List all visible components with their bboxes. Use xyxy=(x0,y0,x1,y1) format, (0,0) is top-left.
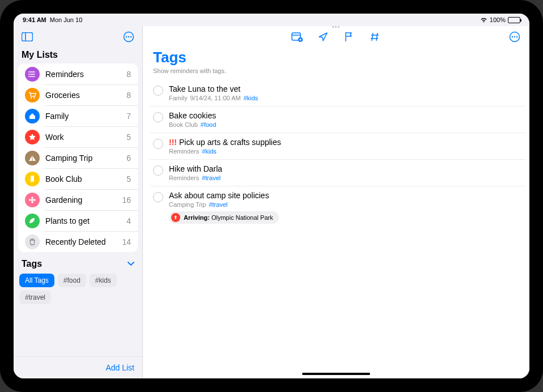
page-subtitle: Show reminders with tags. xyxy=(143,66,529,80)
location-label: Arriving: xyxy=(184,214,210,221)
svg-point-14 xyxy=(29,199,31,201)
battery-icon xyxy=(508,17,520,23)
reminder-datetime: 9/14/24, 11:00 AM xyxy=(190,95,240,101)
complete-checkbox[interactable] xyxy=(153,165,163,176)
battery-percent: 100% xyxy=(490,16,506,23)
location-name: Olympic National Park xyxy=(211,214,273,221)
svg-point-21 xyxy=(514,36,515,37)
list-count: 16 xyxy=(122,195,131,204)
tag-chip[interactable]: #travel xyxy=(19,291,51,304)
svg-point-4 xyxy=(128,36,129,37)
list-count: 7 xyxy=(126,112,131,121)
list-name: Camping Trip xyxy=(45,154,92,163)
add-list-button[interactable]: Add List xyxy=(105,363,134,372)
reminder-item[interactable]: Ask about camp site policies Camping Tri… xyxy=(150,186,526,228)
list-name: Plants to get xyxy=(45,216,90,225)
reminder-item[interactable]: Bake cookies Book Club #food xyxy=(150,106,526,133)
sidebar-list-item[interactable]: Recently Deleted 14 xyxy=(18,231,138,252)
location-icon[interactable] xyxy=(315,29,331,45)
list-name: Work xyxy=(45,133,63,142)
home-indicator[interactable] xyxy=(302,373,370,375)
reminder-list: Reminders xyxy=(169,148,199,155)
page-title: Tags xyxy=(143,48,529,66)
tag-chip[interactable]: All Tags xyxy=(19,274,54,287)
list-count: 6 xyxy=(126,154,131,163)
svg-point-7 xyxy=(28,74,29,75)
list-name: Reminders xyxy=(45,70,84,79)
lists-container: Reminders 8 Groceries 8 Family 7 Work 5 … xyxy=(18,63,138,252)
status-bar: 9:41 AM Mon Jun 10 100% xyxy=(14,14,529,26)
svg-rect-0 xyxy=(22,33,33,41)
svg-point-9 xyxy=(31,97,32,98)
sidebar-list-item[interactable]: Work 5 xyxy=(18,126,138,147)
house-icon xyxy=(25,109,40,123)
svg-point-10 xyxy=(33,97,35,98)
wifi-icon xyxy=(480,17,487,23)
complete-checkbox[interactable] xyxy=(153,112,163,122)
main-panel: ••• Tags Show reminders with tags. Take … xyxy=(143,26,529,378)
list-count: 14 xyxy=(122,237,131,246)
reminder-title: Pick up arts & crafts supplies xyxy=(179,138,281,147)
hashtag-icon[interactable] xyxy=(367,29,383,45)
cart-icon xyxy=(25,88,40,103)
status-time: 9:41 AM xyxy=(23,16,46,23)
svg-point-20 xyxy=(512,36,513,37)
bookmark-icon xyxy=(25,172,40,186)
list-name: Family xyxy=(45,112,69,121)
reminder-title: Bake cookies xyxy=(169,111,216,120)
sidebar-list-item[interactable]: Book Club 5 xyxy=(18,168,138,189)
more-options-icon[interactable] xyxy=(121,29,137,45)
list-icon xyxy=(25,67,40,82)
sidebar-list-item[interactable]: Plants to get 4 xyxy=(18,210,138,231)
svg-point-3 xyxy=(126,36,127,37)
list-name: Groceries xyxy=(45,91,80,100)
svg-point-12 xyxy=(31,197,33,199)
flower-icon xyxy=(25,193,40,207)
sidebar-toggle-icon[interactable] xyxy=(19,29,35,45)
reminder-title: Ask about camp site policies xyxy=(169,191,269,200)
more-menu-icon[interactable] xyxy=(507,29,523,45)
list-name: Recently Deleted xyxy=(45,237,106,246)
reminder-tag: #travel xyxy=(209,201,227,208)
svg-point-13 xyxy=(31,201,33,203)
sidebar-list-item[interactable]: Gardening 16 xyxy=(18,189,138,210)
reminder-title: Hike with Darla xyxy=(169,164,222,173)
tent-icon xyxy=(25,151,40,165)
sidebar-list-item[interactable]: Camping Trip 6 xyxy=(18,147,138,168)
svg-point-22 xyxy=(516,36,517,37)
reminder-list: Camping Trip xyxy=(169,201,206,208)
reminder-item[interactable]: !!! Pick up arts & crafts supplies Remin… xyxy=(150,133,526,160)
tag-chip[interactable]: #food xyxy=(58,274,86,287)
sidebar: My Lists Reminders 8 Groceries 8 Family … xyxy=(14,26,143,378)
trash-icon xyxy=(25,235,40,249)
sidebar-list-item[interactable]: Family 7 xyxy=(18,105,138,126)
reminder-tag: #travel xyxy=(202,174,220,181)
tags-header: Tags xyxy=(22,259,42,269)
calendar-add-icon[interactable] xyxy=(289,29,305,45)
leaf-icon xyxy=(25,214,40,228)
priority-indicator: !!! xyxy=(169,138,177,147)
reminder-item[interactable]: Take Luna to the vet Family 9/14/24, 11:… xyxy=(150,80,526,106)
flag-icon[interactable] xyxy=(341,29,357,45)
svg-point-5 xyxy=(130,36,131,37)
complete-checkbox[interactable] xyxy=(153,192,163,202)
svg-point-6 xyxy=(28,71,29,73)
chevron-down-icon[interactable] xyxy=(128,262,134,266)
tag-chip[interactable]: #kids xyxy=(90,274,117,287)
complete-checkbox[interactable] xyxy=(153,86,163,96)
svg-point-11 xyxy=(31,199,33,201)
complete-checkbox[interactable] xyxy=(153,139,163,149)
list-count: 5 xyxy=(126,133,131,142)
svg-point-15 xyxy=(33,199,36,201)
list-count: 8 xyxy=(126,91,131,100)
my-lists-header: My Lists xyxy=(14,48,142,63)
list-name: Gardening xyxy=(45,195,82,204)
list-count: 5 xyxy=(126,174,131,184)
tags-cloud: All Tags#food#kids#travel xyxy=(14,271,142,306)
reminder-item[interactable]: Hike with Darla Reminders #travel xyxy=(150,160,526,186)
pin-icon: ⬆ xyxy=(171,213,180,222)
reminder-list: Family xyxy=(169,95,187,101)
sidebar-list-item[interactable]: Groceries 8 xyxy=(18,84,138,105)
sidebar-list-item[interactable]: Reminders 8 xyxy=(18,63,138,84)
svg-point-8 xyxy=(28,76,29,77)
